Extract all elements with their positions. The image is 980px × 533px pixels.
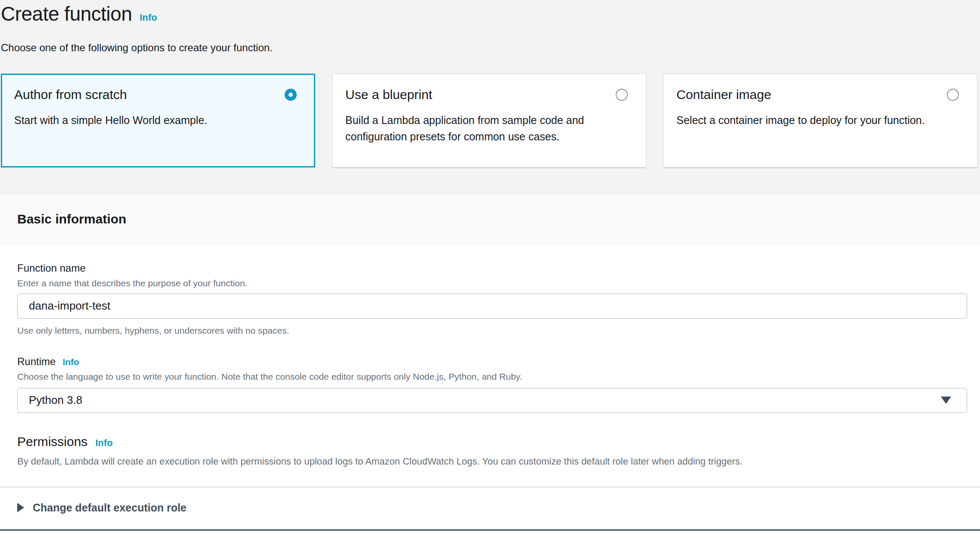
bottom-section-divider — [0, 529, 980, 531]
runtime-description: Choose the language to use to write your… — [17, 372, 967, 382]
card-description: Select a container image to deploy for y… — [676, 112, 964, 128]
change-default-execution-role-expander[interactable]: Change default execution role — [17, 488, 967, 514]
author-from-scratch-radio-selected[interactable] — [285, 89, 297, 101]
function-name-field: Function name Enter a name that describe… — [17, 262, 967, 336]
permissions-description: By default, Lambda will create an execut… — [17, 456, 967, 467]
runtime-field: Runtime Info Choose the language to use … — [17, 356, 967, 413]
card-container-image[interactable]: Container image Select a container image… — [663, 74, 977, 167]
use-a-blueprint-radio[interactable] — [616, 89, 628, 101]
basic-information-body: Function name Enter a name that describe… — [0, 244, 980, 533]
card-title: Use a blueprint — [345, 87, 432, 102]
expander-label: Change default execution role — [33, 502, 186, 514]
card-description: Build a Lambda application from sample c… — [345, 112, 633, 145]
basic-information-panel: Basic information Function name Enter a … — [0, 194, 980, 533]
basic-information-header: Basic information — [0, 194, 980, 244]
expand-caret-icon — [17, 503, 24, 512]
section-title: Basic information — [17, 212, 126, 226]
card-title: Container image — [676, 87, 771, 102]
permissions-info-link[interactable]: Info — [95, 437, 112, 449]
create-function-info-link[interactable]: Info — [140, 12, 157, 23]
permissions-section: Permissions Info By default, Lambda will… — [17, 434, 967, 467]
runtime-selected-value: Python 3.8 — [29, 394, 82, 407]
runtime-label: Runtime — [17, 356, 56, 368]
runtime-select[interactable]: Python 3.8 — [17, 388, 967, 413]
card-title: Author from scratch — [14, 87, 127, 102]
function-name-constraint: Use only letters, numbers, hyphens, or u… — [17, 325, 967, 336]
chevron-down-icon — [941, 397, 951, 404]
page-subtitle: Choose one of the following options to c… — [1, 42, 977, 54]
runtime-info-link[interactable]: Info — [62, 357, 79, 367]
card-use-a-blueprint[interactable]: Use a blueprint Build a Lambda applicati… — [332, 74, 646, 167]
container-image-radio[interactable] — [947, 89, 959, 101]
permissions-title: Permissions — [17, 434, 87, 449]
card-author-from-scratch[interactable]: Author from scratch Start with a simple … — [1, 74, 315, 167]
page-title: Create function — [1, 3, 132, 25]
card-description: Start with a simple Hello World example. — [14, 112, 302, 128]
creation-option-cards: Author from scratch Start with a simple … — [1, 74, 977, 167]
function-name-label: Function name — [17, 262, 967, 274]
function-name-description: Enter a name that describes the purpose … — [17, 278, 967, 288]
page-header: Create function Info Choose one of the f… — [0, 0, 980, 54]
function-name-input[interactable] — [17, 294, 967, 319]
